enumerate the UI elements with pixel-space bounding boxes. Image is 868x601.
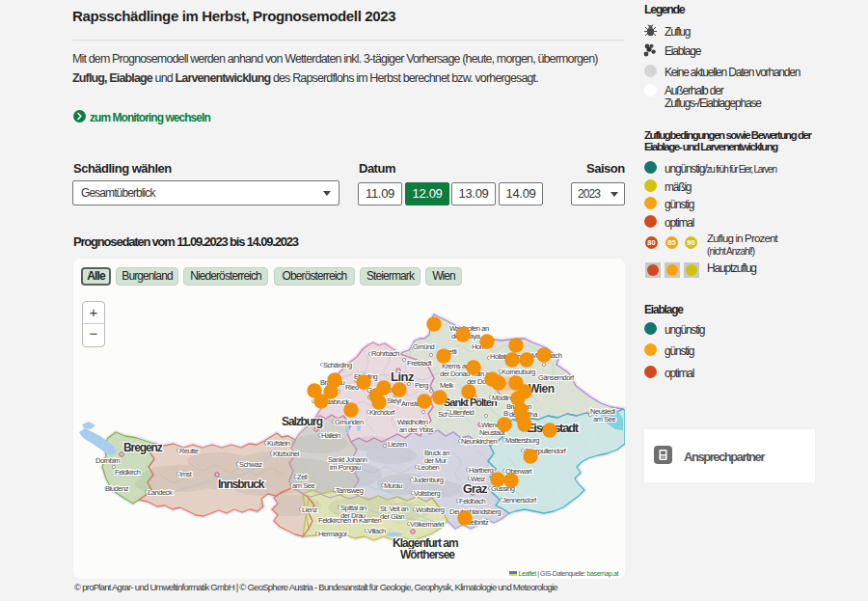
svg-text:Kitzbühel: Kitzbühel — [273, 450, 300, 458]
svg-text:Tamsweg: Tamsweg — [336, 486, 364, 495]
svg-text:im Pongau: im Pongau — [330, 463, 361, 472]
svg-text:Wolfsberg: Wolfsberg — [416, 505, 445, 514]
svg-text:Lienz: Lienz — [302, 505, 317, 514]
svg-text:am See: am See — [593, 415, 615, 423]
svg-text:Völkermarkt: Völkermarkt — [410, 520, 445, 529]
svg-text:Bludenz: Bludenz — [105, 484, 129, 493]
svg-text:Neunkirchen: Neunkirchen — [461, 437, 497, 446]
svg-text:der Drau: der Drau — [340, 511, 366, 520]
svg-text:Hallein: Hallein — [321, 431, 340, 440]
svg-text:Schärding: Schärding — [323, 361, 352, 369]
svg-text:Gänserndorf: Gänserndorf — [538, 373, 575, 382]
svg-text:Landeck: Landeck — [148, 488, 173, 497]
svg-text:Hermagor: Hermagor — [318, 530, 348, 538]
svg-text:Melk: Melk — [440, 381, 454, 390]
svg-text:Korneuburg: Korneuburg — [502, 368, 535, 376]
svg-text:Mattersburg: Mattersburg — [505, 436, 539, 445]
svg-text:Kufstein: Kufstein — [267, 439, 290, 448]
svg-text:Dornbirn: Dornbirn — [95, 456, 120, 465]
svg-text:Gmunden: Gmunden — [335, 418, 364, 426]
svg-text:Bregenz: Bregenz — [123, 441, 163, 454]
svg-text:Innsbruck: Innsbruck — [218, 478, 265, 491]
svg-text:Wörthersee: Wörthersee — [400, 548, 455, 561]
svg-text:Voitsberg: Voitsberg — [414, 489, 440, 498]
svg-text:an der Ybbs: an der Ybbs — [399, 425, 434, 434]
svg-text:Rohrbach: Rohrbach — [371, 349, 399, 358]
svg-text:Perg: Perg — [415, 381, 428, 390]
svg-text:Linz: Linz — [391, 369, 415, 384]
svg-text:Deutschlandsberg: Deutschlandsberg — [449, 507, 502, 516]
svg-text:Graz: Graz — [463, 482, 487, 496]
svg-text:Feldkirch: Feldkirch — [115, 468, 141, 477]
svg-text:Jennersdorf: Jennersdorf — [502, 496, 537, 505]
svg-text:Murau: Murau — [384, 481, 402, 490]
svg-text:Freistadt: Freistadt — [407, 359, 432, 368]
svg-text:Salzburg: Salzburg — [282, 415, 323, 428]
svg-text:Villach: Villach — [367, 527, 386, 535]
svg-text:Steyr: Steyr — [387, 396, 402, 405]
svg-text:der Glan: der Glan — [380, 512, 404, 521]
svg-text:Wien: Wien — [529, 382, 555, 396]
svg-text:Kirchdorf: Kirchdorf — [369, 408, 395, 417]
svg-text:Lilienfeld: Lilienfeld — [449, 408, 474, 417]
svg-text:Judenburg: Judenburg — [413, 476, 444, 484]
svg-text:Imst: Imst — [179, 470, 193, 478]
svg-text:Schwaz: Schwaz — [239, 460, 262, 469]
svg-text:Zell: Zell — [297, 473, 308, 481]
svg-text:der Mur: der Mur — [424, 456, 448, 465]
svg-text:Hartberg: Hartberg — [469, 466, 494, 475]
svg-text:Reutte: Reutte — [179, 447, 199, 455]
svg-text:Feldbach: Feldbach — [459, 497, 486, 505]
svg-text:Liezen: Liezen — [388, 440, 407, 449]
svg-text:Gmünd: Gmünd — [413, 342, 435, 351]
svg-text:am See: am See — [292, 481, 314, 490]
svg-text:der Donau: der Donau — [440, 369, 470, 378]
